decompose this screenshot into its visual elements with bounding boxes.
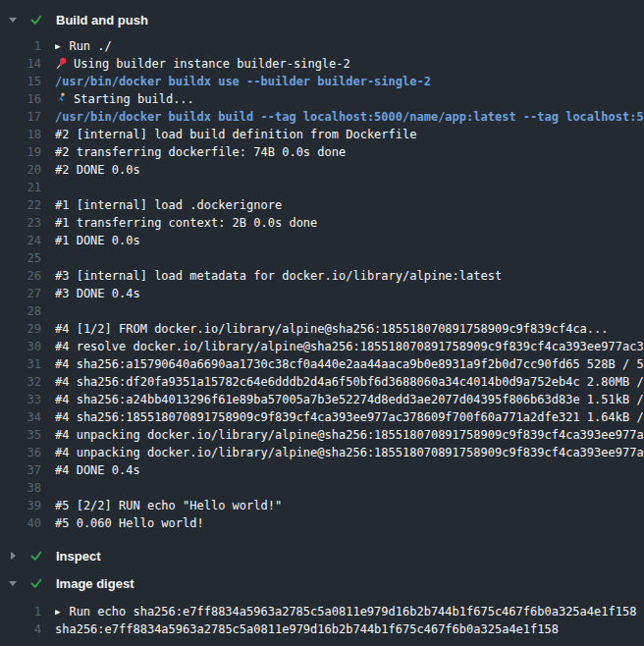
log-text: #4 sha256:df20fa9351a15782c64e6dddb2d4a6… <box>55 373 644 391</box>
log-sections: Build and push1▶Run ./14Using builder in… <box>0 6 644 644</box>
log-text: #4 DONE 0.4s <box>55 461 644 479</box>
log-text: #2 [internal] load build definition from… <box>55 126 644 143</box>
log-text: #1 transferring context: 2B 0.0s done <box>55 214 644 232</box>
line-number[interactable]: 17 <box>0 108 41 126</box>
log-line: 33#4 sha256:a24bb4013296f61e89ba57005a7b… <box>0 391 644 408</box>
line-number[interactable]: 33 <box>0 391 41 408</box>
log-line: 25 <box>0 249 644 267</box>
line-number[interactable]: 15 <box>0 73 41 90</box>
log-text: ▶Run echo sha256:e7ff8834a5963a2785c5a08… <box>55 603 644 620</box>
line-number[interactable]: 1 <box>0 37 41 55</box>
line-number[interactable]: 16 <box>0 90 41 108</box>
log-text: Using builder instance builder-single-2 <box>55 55 644 73</box>
log-line: 39#5 [2/2] RUN echo "Hello world!" <box>0 497 644 514</box>
pushpin-icon <box>55 57 68 70</box>
log-line: 1▶Run ./ <box>0 37 644 55</box>
log-text <box>55 479 644 497</box>
log-text: #4 unpacking docker.io/library/alpine@sh… <box>55 426 644 444</box>
expand-group-icon[interactable]: ▶ <box>55 37 60 55</box>
line-number[interactable]: 27 <box>0 285 41 302</box>
step-title: Build and push <box>56 13 148 27</box>
chevron-right-icon[interactable] <box>8 552 18 560</box>
log-line: 22#1 [internal] load .dockerignore <box>0 196 644 214</box>
log-text: #3 [internal] load metadata for docker.i… <box>55 267 644 285</box>
line-number[interactable]: 38 <box>0 479 41 497</box>
log-line: 27#3 DONE 0.4s <box>0 285 644 302</box>
log-text: #4 sha256:a24bb4013296f61e89ba57005a7b3e… <box>55 391 644 408</box>
log-text <box>55 249 644 267</box>
line-number[interactable]: 19 <box>0 143 41 161</box>
log-line: 31#4 sha256:a15790640a6690aa1730c38cf0a4… <box>0 355 644 373</box>
line-number[interactable]: 28 <box>0 302 41 320</box>
line-number[interactable]: 37 <box>0 461 41 479</box>
line-number[interactable]: 21 <box>0 179 41 196</box>
line-number[interactable]: 30 <box>0 338 41 355</box>
step-section-inspect: Inspect <box>0 542 644 569</box>
line-number[interactable]: 32 <box>0 373 41 391</box>
log-line: 4sha256:e7ff8834a5963a2785c5a0811e979d16… <box>0 620 644 638</box>
log-text: #4 sha256:185518070891758909c9f839cf4ca3… <box>55 408 644 426</box>
log-line: 17/usr/bin/docker buildx build --tag loc… <box>0 108 644 126</box>
log-text: #5 0.060 Hello world! <box>55 514 644 532</box>
line-number[interactable]: 31 <box>0 355 41 373</box>
log-text <box>55 302 644 320</box>
log-line: 40#5 0.060 Hello world! <box>0 514 644 532</box>
log-line: 32#4 sha256:df20fa9351a15782c64e6dddb2d4… <box>0 373 644 391</box>
log-text: #4 [1/2] FROM docker.io/library/alpine@s… <box>55 320 644 338</box>
log-text <box>55 179 644 196</box>
step-header-build-and-push[interactable]: Build and push <box>0 6 644 33</box>
log-line: 38 <box>0 479 644 497</box>
log-line: 23#1 transferring context: 2B 0.0s done <box>0 214 644 232</box>
log-line: 1▶Run echo sha256:e7ff8834a5963a2785c5a0… <box>0 603 644 620</box>
runner-icon <box>55 92 68 105</box>
line-number[interactable]: 35 <box>0 426 41 444</box>
chevron-shape <box>9 18 17 23</box>
log-text: #4 unpacking docker.io/library/alpine@sh… <box>55 444 644 461</box>
step-header-image-digest[interactable]: Image digest <box>0 569 644 597</box>
expand-group-icon[interactable]: ▶ <box>55 603 60 620</box>
line-number[interactable]: 20 <box>0 161 41 179</box>
line-number[interactable]: 40 <box>0 514 41 532</box>
log-block-build-and-push: 1▶Run ./14Using builder instance builder… <box>0 33 644 542</box>
log-line: 14Using builder instance builder-single-… <box>0 55 644 73</box>
chevron-shape <box>11 552 16 560</box>
log-line: 37#4 DONE 0.4s <box>0 461 644 479</box>
line-number[interactable]: 24 <box>0 232 41 249</box>
chevron-shape <box>9 581 17 586</box>
log-text: #4 resolve docker.io/library/alpine@sha2… <box>55 338 644 355</box>
log-line: 34#4 sha256:185518070891758909c9f839cf4c… <box>0 408 644 426</box>
chevron-down-icon[interactable] <box>8 18 18 23</box>
log-text: #4 sha256:a15790640a6690aa1730c38cf0a440… <box>55 355 644 373</box>
check-icon <box>29 13 43 27</box>
log-line: 36#4 unpacking docker.io/library/alpine@… <box>0 444 644 461</box>
log-block-image-digest: 1▶Run echo sha256:e7ff8834a5963a2785c5a0… <box>0 597 644 644</box>
line-number[interactable]: 1 <box>0 603 41 620</box>
log-text: #3 DONE 0.4s <box>55 285 644 302</box>
step-header-inspect[interactable]: Inspect <box>0 542 644 569</box>
line-number[interactable]: 14 <box>0 55 41 73</box>
log-line: 24#1 DONE 0.0s <box>0 232 644 249</box>
line-number[interactable]: 25 <box>0 249 41 267</box>
line-number[interactable]: 34 <box>0 408 41 426</box>
line-number[interactable]: 39 <box>0 497 41 514</box>
log-text: #1 DONE 0.0s <box>55 232 644 249</box>
line-number[interactable]: 26 <box>0 267 41 285</box>
step-section-image-digest: Image digest1▶Run echo sha256:e7ff8834a5… <box>0 569 644 644</box>
log-line: 19#2 transferring dockerfile: 74B 0.0s d… <box>0 143 644 161</box>
log-text: ▶Run ./ <box>55 37 644 55</box>
log-text: sha256:e7ff8834a5963a2785c5a0811e979d16b… <box>55 620 644 638</box>
line-number[interactable]: 36 <box>0 444 41 461</box>
log-text: Starting build... <box>55 90 644 108</box>
log-command-text: /usr/bin/docker buildx use --builder bui… <box>55 73 644 90</box>
log-line: 20#2 DONE 0.0s <box>0 161 644 179</box>
line-number[interactable]: 4 <box>0 620 41 638</box>
line-number[interactable]: 22 <box>0 196 41 214</box>
line-number[interactable]: 23 <box>0 214 41 232</box>
log-line: 28 <box>0 302 644 320</box>
log-line: 21 <box>0 179 644 196</box>
line-number[interactable]: 29 <box>0 320 41 338</box>
chevron-down-icon[interactable] <box>8 581 18 586</box>
check-icon <box>29 549 43 563</box>
line-number[interactable]: 18 <box>0 126 41 143</box>
log-text: #5 [2/2] RUN echo "Hello world!" <box>55 497 644 514</box>
